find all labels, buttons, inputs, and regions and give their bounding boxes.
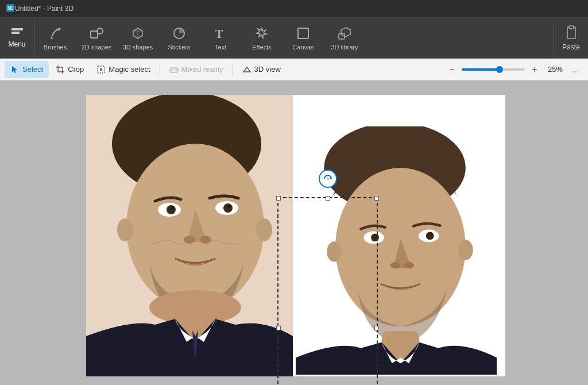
face-left — [86, 95, 293, 376]
svg-rect-11 — [569, 26, 574, 29]
magic-select-icon — [96, 65, 106, 74]
3dshapes-label: 3D shapes — [123, 44, 153, 51]
toolbar-3dlibrary[interactable]: 3D library — [324, 17, 365, 58]
svg-point-24 — [171, 206, 174, 210]
subtoolbar: Select Crop Magic select Mixed reality 3 — [0, 59, 588, 80]
zoom-slider-thumb — [496, 66, 503, 73]
svg-point-16 — [175, 69, 177, 71]
zoom-control: − + 25% — [446, 63, 566, 76]
mixed-reality-icon — [169, 65, 179, 74]
effects-label: Effects — [252, 44, 271, 51]
paste-label: Paste — [562, 43, 580, 51]
toolbar-effects[interactable]: Effects — [241, 17, 283, 58]
svg-point-28 — [184, 236, 195, 244]
text-label: Text — [215, 44, 226, 51]
paint-canvas[interactable] — [86, 95, 505, 376]
stickers-label: Stickers — [168, 44, 190, 51]
divider-2 — [233, 63, 233, 76]
main-toolbar: Menu Brushes 2D shapes — [0, 17, 588, 59]
3d-view-label: 3D view — [254, 65, 281, 74]
brush-icon — [47, 25, 63, 41]
svg-point-27 — [227, 205, 231, 208]
menu-button[interactable]: Menu — [0, 17, 34, 58]
svg-rect-4 — [91, 31, 98, 38]
svg-point-13 — [100, 68, 102, 71]
mixed-reality-label: Mixed reality — [181, 65, 223, 74]
svg-rect-8 — [298, 28, 308, 38]
select-tool[interactable]: Select — [5, 61, 49, 78]
svg-text:3D: 3D — [7, 5, 14, 11]
face-right — [296, 126, 502, 376]
magic-select-label: Magic select — [109, 65, 150, 74]
3dshapes-icon — [130, 25, 146, 41]
effects-icon — [254, 25, 270, 41]
svg-point-15 — [171, 69, 173, 71]
menu-label: Menu — [8, 40, 25, 48]
mixed-reality-tool: Mixed reality — [164, 61, 229, 78]
toolbar-items: Brushes 2D shapes 3D shapes — [34, 17, 554, 58]
canvas-icon — [295, 25, 311, 41]
stickers-icon — [171, 25, 187, 41]
svg-point-41 — [390, 262, 401, 269]
svg-rect-3 — [11, 32, 20, 34]
toolbar-3dshapes[interactable]: 3D shapes — [117, 17, 158, 58]
toolbar-2dshapes[interactable]: 2D shapes — [76, 17, 117, 58]
svg-text:T: T — [215, 28, 223, 40]
title-icon: 3D — [6, 3, 15, 14]
window-title: Untitled* - Paint 3D — [15, 5, 74, 13]
zoom-minus-icon: − — [449, 64, 454, 75]
crop-label: Crop — [68, 65, 84, 74]
3dview-icon — [242, 65, 252, 74]
toolbar-text[interactable]: T Text — [200, 17, 241, 58]
brushes-label: Brushes — [44, 44, 67, 51]
svg-point-29 — [200, 236, 211, 244]
select-label: Select — [22, 65, 43, 74]
3dlibrary-label: 3D library — [331, 44, 358, 51]
toolbar-brushes[interactable]: Brushes — [34, 17, 76, 58]
svg-point-21 — [256, 218, 272, 241]
svg-point-20 — [117, 218, 133, 241]
svg-point-36 — [458, 240, 473, 260]
zoom-minus-button[interactable]: − — [446, 63, 458, 76]
2dshapes-label: 2D shapes — [82, 44, 112, 51]
more-options-button[interactable]: ... — [567, 61, 583, 78]
magic-select-tool[interactable]: Magic select — [91, 61, 156, 78]
zoom-value: 25% — [544, 65, 566, 74]
select-icon — [10, 65, 20, 74]
toolbar-stickers[interactable]: Stickers — [158, 17, 200, 58]
zoom-plus-button[interactable]: + — [528, 63, 541, 76]
svg-point-23 — [167, 205, 176, 214]
zoom-slider[interactable] — [462, 68, 525, 71]
3d-view-tool[interactable]: 3D view — [237, 61, 287, 78]
zoom-slider-fill — [462, 68, 500, 71]
crop-icon — [56, 65, 65, 74]
canvas-label: Canvas — [292, 44, 314, 51]
canvas-area — [0, 80, 588, 385]
toolbar-canvas[interactable]: Canvas — [283, 17, 324, 58]
more-icon: ... — [572, 65, 579, 74]
svg-point-42 — [404, 262, 414, 269]
svg-rect-2 — [11, 28, 23, 30]
divider-1 — [160, 63, 160, 76]
text-icon: T — [212, 25, 229, 41]
svg-point-26 — [223, 203, 233, 213]
paste-button[interactable]: Paste — [554, 17, 588, 58]
3dlibrary-icon — [336, 25, 353, 41]
svg-point-40 — [426, 232, 434, 240]
titlebar: 3D Untitled* - Paint 3D — [0, 0, 588, 17]
svg-point-35 — [327, 241, 342, 262]
crop-tool[interactable]: Crop — [50, 61, 90, 78]
2dshapes-icon — [88, 25, 105, 41]
svg-point-38 — [371, 233, 379, 241]
zoom-plus-icon: + — [532, 64, 537, 75]
